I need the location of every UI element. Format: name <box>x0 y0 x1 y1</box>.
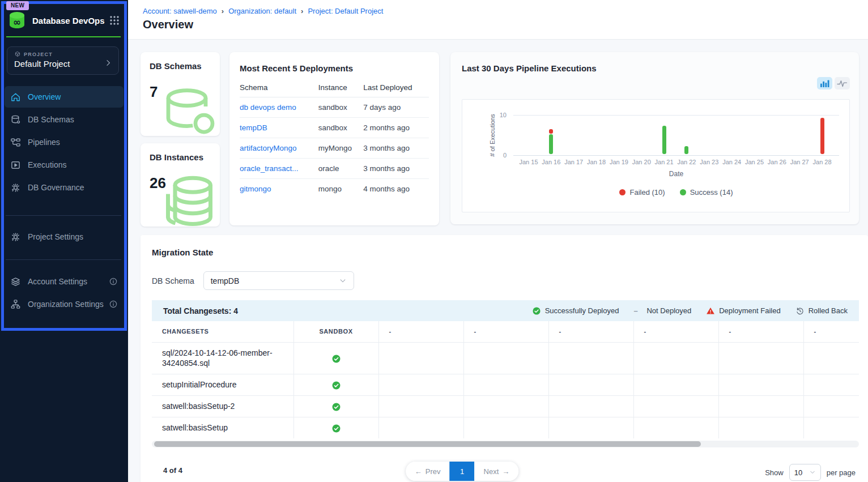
arrow-left-icon: ← <box>415 467 422 476</box>
app-window: NEW ∞ Database DevOps PROJECT Default Pr… <box>0 0 868 482</box>
sidebar-item-label: Executions <box>28 160 66 169</box>
schema-link[interactable]: artifactoryMongo <box>240 144 297 152</box>
dash-icon: – <box>633 306 643 315</box>
check-circle-icon <box>331 402 341 412</box>
migration-title: Migration State <box>152 248 213 257</box>
recent-deployments-card: Most Recent 5 Deployments SchemaInstance… <box>229 52 439 225</box>
changeset-name-cell: satwell:basisSetup-2 <box>152 396 293 417</box>
pipeline-executions-card: Last 30 Days Pipeline Executions 10 0 # … <box>450 52 859 224</box>
organization-icon <box>10 299 21 310</box>
check-circle-icon <box>532 306 541 315</box>
project-selector[interactable]: PROJECT Default Project <box>7 46 119 75</box>
pipeline-icon <box>10 137 21 148</box>
main-content: DB Schemas 7 DB Instances 26 Most Recent… <box>128 40 868 482</box>
sidebar-item-executions[interactable]: Executions <box>5 154 124 176</box>
warning-triangle-icon <box>706 306 715 315</box>
page-size-select[interactable]: 10 <box>789 464 821 481</box>
breadcrumb-link[interactable]: Account: satwell-demo <box>143 7 217 15</box>
page-1-button[interactable]: 1 <box>450 462 475 481</box>
x-tick-label: Jan 20 <box>632 159 651 165</box>
empty-column-header: - <box>803 321 859 342</box>
sidebar-item-project-settings[interactable]: Project Settings <box>5 226 124 248</box>
empty-cell <box>718 417 803 438</box>
check-circle-icon <box>331 424 341 433</box>
app-switcher-grid-icon[interactable] <box>109 15 120 26</box>
cube-icon <box>14 51 21 58</box>
arrow-right-icon: → <box>502 467 509 476</box>
schema-link[interactable]: tempDB <box>240 123 267 132</box>
sidebar-item-overview[interactable]: Overview <box>5 86 124 108</box>
sidebar-item-db-schemas[interactable]: DB Schemas <box>5 109 124 130</box>
x-tick-label: Jan 25 <box>745 159 764 165</box>
empty-cell <box>803 396 859 417</box>
schema-link[interactable]: gitmongo <box>240 185 271 193</box>
home-icon <box>10 92 21 103</box>
x-tick-label: Jan 17 <box>564 159 583 165</box>
changeset-name-cell: setupInitialProcedure <box>152 374 293 396</box>
empty-cell <box>633 342 718 374</box>
info-icon <box>109 300 118 309</box>
sidebar-item-db-governance[interactable]: DB Governance <box>5 177 124 198</box>
schema-link[interactable]: oracle_transact... <box>240 164 299 173</box>
bar-jan-16 <box>549 129 553 154</box>
governance-icon <box>10 182 21 193</box>
schema-link[interactable]: db devops demo <box>240 103 296 112</box>
x-tick-label: Jan 23 <box>700 159 718 165</box>
legend-dot <box>619 189 626 195</box>
bar-jan-21 <box>662 126 666 154</box>
changeset-row: satwell:basisSetup <box>152 417 859 438</box>
sidebar-item-organization-settings[interactable]: Organization Settings <box>5 293 124 315</box>
bar-chart-toggle-icon[interactable] <box>817 77 832 89</box>
empty-cell <box>803 417 859 438</box>
sidebar-item-account-settings[interactable]: Account Settings <box>5 271 124 292</box>
breadcrumb-separator: › <box>222 7 224 15</box>
empty-cell <box>378 374 463 396</box>
status-legend-label: Successfully Deployed <box>545 306 619 315</box>
chart-plot-area: 10 0 # of Executions Date Jan 15Jan 16Ja… <box>462 99 850 212</box>
empty-cell <box>463 342 548 374</box>
bar-jan-22 <box>684 146 688 154</box>
db-single-icon <box>155 86 220 136</box>
stat-title: DB Schemas <box>150 61 211 71</box>
deployments-column-header: Last Deployed <box>363 78 429 97</box>
sandbox-status-cell <box>293 396 378 417</box>
empty-cell <box>803 342 859 374</box>
sidebar-item-label: Project Settings <box>28 232 83 241</box>
empty-cell <box>463 374 548 396</box>
project-label: PROJECT <box>24 52 53 57</box>
empty-column-header: - <box>548 321 633 342</box>
sidebar-item-pipelines[interactable]: Pipelines <box>5 131 124 153</box>
db-schema-select[interactable]: tempDB <box>203 271 354 290</box>
empty-cell <box>548 417 633 438</box>
deployment-row: gitmongomongo4 months ago <box>240 179 429 199</box>
info-icon <box>109 277 118 286</box>
sidebar-accent-line <box>6 36 121 37</box>
pagination-pill: ← Prev 1 Next → <box>406 462 518 481</box>
y-axis-label: # of Executions <box>489 109 497 161</box>
breadcrumb-separator: › <box>301 7 303 15</box>
breadcrumb-link[interactable]: Organization: default <box>228 7 296 15</box>
empty-cell <box>633 417 718 438</box>
deployments-table: SchemaInstanceLast Deployed db devops de… <box>240 78 429 199</box>
page-size-controls: Show 10 per page <box>765 464 856 481</box>
sidebar-item-label: DB Schemas <box>28 115 74 124</box>
empty-cell <box>378 417 463 438</box>
gridline <box>513 115 839 116</box>
changesets-summary-bar: Total Changesets: 4 Successfully Deploye… <box>152 300 859 321</box>
sandbox-status-cell <box>293 417 378 438</box>
pagination-count: 4 of 4 <box>163 466 182 475</box>
line-chart-toggle-icon[interactable] <box>835 77 850 89</box>
empty-cell <box>463 417 548 438</box>
next-button[interactable]: Next → <box>475 462 519 481</box>
scrollbar-thumb[interactable] <box>154 441 701 447</box>
x-axis-line <box>513 155 839 156</box>
prev-button[interactable]: ← Prev <box>406 462 450 481</box>
sidebar-item-label: Organization Settings <box>28 300 104 309</box>
success-bar-segment <box>662 126 666 154</box>
empty-cell <box>633 374 718 396</box>
x-tick-label: Jan 27 <box>790 159 809 165</box>
horizontal-scrollbar[interactable] <box>152 441 859 447</box>
deployments-title: Most Recent 5 Deployments <box>240 63 429 73</box>
breadcrumb-link[interactable]: Project: Default Project <box>308 7 383 15</box>
deployments-column-header: Instance <box>318 78 363 97</box>
